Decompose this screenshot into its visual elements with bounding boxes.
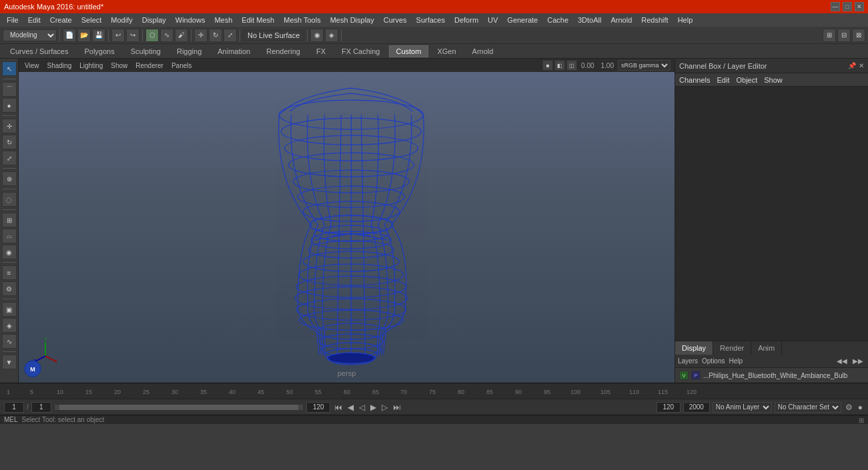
menu-cache[interactable]: Cache [543,15,572,25]
vp-tool-2[interactable]: ◧ [554,60,565,71]
paint-btn[interactable]: 🖌 [175,29,188,42]
tab-fx-caching[interactable]: FX Caching [334,45,387,57]
panel-pin-btn[interactable]: 📌 [848,62,856,69]
cb-menu-object[interactable]: Object [736,76,757,84]
current-frame-field[interactable] [4,402,24,413]
timeline[interactable]: 1 5 10 15 20 25 30 35 40 45 50 55 60 65 … [0,383,868,399]
snap-to-curve-btn[interactable]: ⌓ [2,229,17,243]
anim-layer-select[interactable]: No Anim Layer [713,402,772,413]
vp-menu-renderer[interactable]: Renderer [133,62,165,69]
new-scene-btn[interactable]: 📄 [63,29,76,42]
no-live-surface-label[interactable]: No Live Surface [243,30,304,41]
snap-to-point-btn[interactable]: ◉ [2,245,17,259]
go-to-end-btn[interactable]: ⏭ [392,403,402,412]
tab-xgen[interactable]: XGen [430,45,463,57]
render-settings-btn[interactable]: ⚙ [2,281,17,296]
menu-edit[interactable]: Edit [24,15,45,25]
layer-vis-btn[interactable]: V [679,371,689,380]
panel-close-btn[interactable]: ✕ [859,62,864,69]
auto-key-btn[interactable]: ● [857,403,864,412]
redo-btn[interactable]: ↪ [126,29,139,42]
scene-area[interactable]: Y X Z M persp [19,72,675,383]
layer-expand-btn[interactable]: ▶▶ [851,357,865,365]
go-to-start-btn[interactable]: ⏮ [333,403,344,412]
cb-tab-render[interactable]: Render [713,341,751,355]
layer-playback-btn[interactable]: P [691,371,701,380]
camera-btn[interactable]: ▣ [2,302,17,317]
char-set-select[interactable]: No Character Set [775,402,841,413]
tab-polygons[interactable]: Polygons [77,45,121,57]
menu-create[interactable]: Create [46,15,76,25]
end-frame-field[interactable] [306,402,330,413]
tab-animation[interactable]: Animation [210,45,258,57]
lasso-tool[interactable]: ⌒ [2,82,17,97]
snap-to-grid-btn[interactable]: ⊞ [2,213,17,227]
menu-curves[interactable]: Curves [380,15,411,25]
start-frame-field[interactable] [31,402,51,413]
menu-edit-mesh[interactable]: Edit Mesh [238,15,278,25]
cb-menu-show[interactable]: Show [764,76,783,84]
step-forward-btn[interactable]: ▷ [380,403,389,412]
curve-create-btn[interactable]: ∿ [2,334,17,349]
menu-generate[interactable]: Generate [503,15,542,25]
save-btn[interactable]: 💾 [92,29,105,42]
playback-settings-btn[interactable]: ⚙ [844,403,854,412]
menu-modify[interactable]: Modify [107,15,136,25]
mode-selector[interactable]: Modeling Rigging Animation FX Rendering [3,29,57,41]
rotate-tool[interactable]: ↻ [2,135,17,149]
select-tool-btn[interactable]: ⬡ [145,29,159,42]
vp-menu-panels[interactable]: Panels [169,62,194,69]
rotate-btn[interactable]: ↻ [209,29,222,42]
layer-menu-help[interactable]: Help [729,357,743,365]
layer-menu-options[interactable]: Options [702,357,725,365]
soft-mod-tool[interactable]: ◌ [2,192,17,207]
menu-uv[interactable]: UV [484,15,502,25]
menu-mesh-display[interactable]: Mesh Display [326,15,378,25]
scale-btn[interactable]: ⤢ [224,29,237,42]
light-btn[interactable]: ◈ [2,318,17,333]
expand-left-btn[interactable]: ▼ [2,355,17,369]
close-btn[interactable]: ✕ [855,2,864,11]
vp-menu-shading[interactable]: Shading [45,62,74,69]
play-back-btn[interactable]: ◁ [358,403,366,412]
menu-redshift[interactable]: Redshift [637,15,672,25]
layer-menu-layers[interactable]: Layers [678,357,698,365]
undo-btn[interactable]: ↩ [111,29,125,42]
ipr-btn[interactable]: ◈ [325,29,338,42]
range-end-field[interactable] [657,402,681,413]
cb-menu-edit[interactable]: Edit [717,76,729,84]
menu-mesh[interactable]: Mesh [210,15,236,25]
menu-surfaces[interactable]: Surfaces [412,15,449,25]
vp-menu-show[interactable]: Show [109,62,129,69]
cb-tab-anim[interactable]: Anim [751,341,782,355]
step-back-btn[interactable]: ◀ [346,403,355,412]
menu-select[interactable]: Select [77,15,106,25]
layout-btn-1[interactable]: ⊞ [823,29,836,42]
lasso-btn[interactable]: ∿ [160,29,173,42]
gamma-select[interactable]: sRGB gamma [618,60,671,71]
universal-manip-tool[interactable]: ⊕ [2,171,17,186]
tab-curves-surfaces[interactable]: Curves / Surfaces [3,45,75,57]
minimize-btn[interactable]: — [831,2,840,11]
scale-tool[interactable]: ⤢ [2,151,17,165]
vp-tool-3[interactable]: ◫ [566,60,577,71]
maximize-btn[interactable]: □ [843,2,852,11]
menu-file[interactable]: File [3,15,23,25]
titlebar-controls[interactable]: — □ ✕ [831,2,864,11]
viewport[interactable]: View Shading Lighting Show Renderer Pane… [19,59,675,383]
tab-custom[interactable]: Custom [389,45,429,57]
play-forward-btn[interactable]: ▶ [369,403,378,412]
tab-fx[interactable]: FX [309,45,333,57]
select-tool[interactable]: ↖ [2,61,17,76]
menu-windows[interactable]: Windows [171,15,209,25]
cb-menu-channels[interactable]: Channels [679,76,710,84]
vp-menu-lighting[interactable]: Lighting [77,62,105,69]
menu-arnold[interactable]: Arnold [606,15,636,25]
layout-btn-3[interactable]: ⊠ [852,29,865,42]
vp-menu-view[interactable]: View [23,62,41,69]
timeline-range-bar[interactable] [54,404,304,411]
paint-select-tool[interactable]: ● [2,98,17,113]
tab-rendering[interactable]: Rendering [259,45,308,57]
total-end-field[interactable] [683,402,710,413]
move-btn[interactable]: ✛ [194,29,207,42]
